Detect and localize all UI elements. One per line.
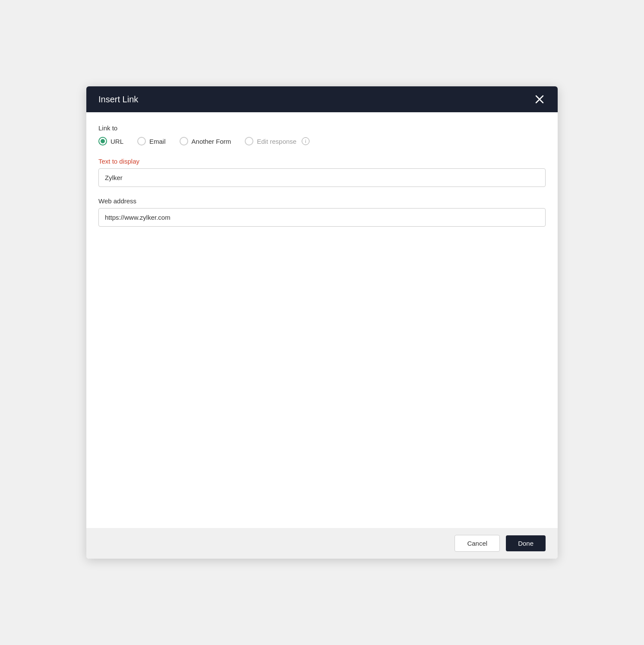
dialog-header: Insert Link <box>86 86 558 112</box>
radio-option-email[interactable]: Email <box>137 137 166 145</box>
web-address-label: Web address <box>98 197 546 205</box>
web-address-group: Web address <box>98 197 546 227</box>
radio-input-email <box>137 137 146 145</box>
radio-option-another-form[interactable]: Another Form <box>180 137 231 145</box>
info-icon[interactable]: i <box>302 137 309 145</box>
dialog-title: Insert Link <box>98 95 138 104</box>
text-to-display-label: Text to display <box>98 158 546 165</box>
text-to-display-group: Text to display <box>98 158 546 187</box>
radio-group: URL Email Another Form Edit response i <box>98 137 546 145</box>
insert-link-dialog: Insert Link Link to URL <box>86 86 558 559</box>
cancel-button[interactable]: Cancel <box>455 535 500 552</box>
dialog-body: Link to URL Email Another Form <box>86 112 558 528</box>
radio-option-edit-response: Edit response i <box>245 137 309 145</box>
radio-option-url[interactable]: URL <box>98 137 123 145</box>
radio-label-url: URL <box>110 138 123 145</box>
radio-input-url <box>98 137 107 145</box>
radio-input-edit-response <box>245 137 253 145</box>
radio-label-another-form: Another Form <box>192 138 231 145</box>
text-to-display-input[interactable] <box>98 168 546 187</box>
radio-label-email: Email <box>149 138 166 145</box>
close-button[interactable] <box>534 93 546 105</box>
dialog-footer: Cancel Done <box>86 528 558 559</box>
close-icon <box>535 95 544 104</box>
link-to-group: Link to URL Email Another Form <box>98 124 546 145</box>
done-button[interactable]: Done <box>506 535 546 551</box>
radio-label-edit-response: Edit response <box>257 138 297 145</box>
radio-input-another-form <box>180 137 188 145</box>
link-to-label: Link to <box>98 124 546 132</box>
web-address-input[interactable] <box>98 208 546 227</box>
